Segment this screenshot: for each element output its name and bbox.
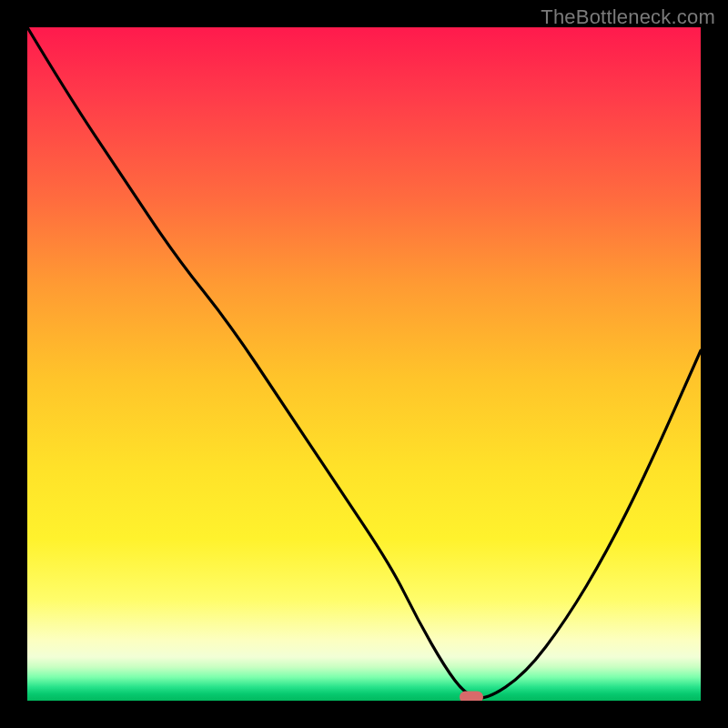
plot-area xyxy=(27,27,701,701)
chart-frame: TheBottleneck.com xyxy=(0,0,728,728)
bottleneck-curve xyxy=(27,27,701,698)
curve-svg xyxy=(27,27,701,701)
optimal-marker xyxy=(460,692,483,702)
watermark-text: TheBottleneck.com xyxy=(541,5,715,29)
